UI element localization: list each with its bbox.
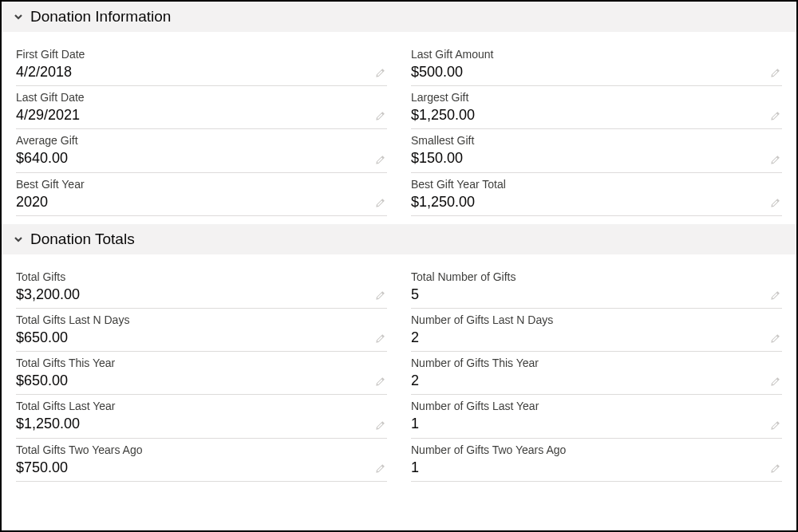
field-value: 2020 [16,192,387,212]
pencil-icon[interactable] [374,290,385,301]
field-total-gifts: Total Gifts $3,200.00 [16,266,387,309]
field-label: Smallest Gift [411,134,782,147]
field-value: $1,250.00 [16,414,387,434]
field-total-gifts-last-n-days: Total Gifts Last N Days $650.00 [16,309,387,352]
field-value: $640.00 [16,148,387,168]
field-best-gift-year: Best Gift Year 2020 [16,173,387,216]
field-label: Largest Gift [411,91,782,104]
field-total-gifts-this-year: Total Gifts This Year $650.00 [16,352,387,395]
field-largest-gift: Largest Gift $1,250.00 [411,86,782,129]
field-total-gifts-two-years-ago: Total Gifts Two Years Ago $750.00 [16,439,387,482]
field-label: Total Number of Gifts [411,270,782,283]
pencil-icon[interactable] [374,420,385,432]
field-last-gift-amount: Last Gift Amount $500.00 [411,43,782,86]
pencil-icon[interactable] [769,290,780,301]
pencil-icon[interactable] [374,155,385,166]
field-value: 2 [411,371,782,391]
field-label: Best Gift Year Total [411,178,782,191]
field-number-of-gifts-this-year: Number of Gifts This Year 2 [411,352,782,395]
field-value: $150.00 [411,148,782,168]
field-value: 4/2/2018 [16,62,387,82]
field-total-gifts-last-year: Total Gifts Last Year $1,250.00 [16,395,387,438]
field-label: Last Gift Amount [411,48,782,61]
field-value: $3,200.00 [16,285,387,305]
section-header-donation-information[interactable]: Donation Information [2,2,796,32]
field-value: $1,250.00 [411,105,782,125]
pencil-icon[interactable] [374,111,385,122]
field-label: Average Gift [16,134,387,147]
pencil-icon[interactable] [769,376,780,388]
pencil-icon[interactable] [374,463,385,475]
field-value: 2 [411,328,782,348]
pencil-icon[interactable] [374,333,385,345]
chevron-down-icon [13,11,24,22]
field-label: Number of Gifts Two Years Ago [411,443,782,456]
pencil-icon[interactable] [769,333,780,345]
field-value: 1 [411,414,782,434]
field-smallest-gift: Smallest Gift $150.00 [411,129,782,172]
pencil-icon[interactable] [769,155,780,166]
field-label: Total Gifts Last N Days [16,313,387,326]
field-value: $750.00 [16,458,387,478]
field-total-number-of-gifts: Total Number of Gifts 5 [411,266,782,309]
section-header-donation-totals[interactable]: Donation Totals [2,224,796,254]
field-value: $650.00 [16,328,387,348]
field-best-gift-year-total: Best Gift Year Total $1,250.00 [411,173,782,216]
field-value: 4/29/2021 [16,105,387,125]
chevron-down-icon [13,234,24,245]
pencil-icon[interactable] [374,198,385,209]
pencil-icon[interactable] [374,376,385,388]
field-number-of-gifts-last-n-days: Number of Gifts Last N Days 2 [411,309,782,352]
pencil-icon[interactable] [769,111,780,122]
field-value: $1,250.00 [411,192,782,212]
section-title: Donation Totals [30,231,135,248]
field-label: Total Gifts [16,270,387,283]
field-label: Number of Gifts This Year [411,357,782,369]
field-number-of-gifts-last-year: Number of Gifts Last Year 1 [411,395,782,438]
pencil-icon[interactable] [769,420,780,432]
field-average-gift: Average Gift $640.00 [16,129,387,172]
field-label: Number of Gifts Last Year [411,400,782,412]
pencil-icon[interactable] [374,68,385,79]
field-last-gift-date: Last Gift Date 4/29/2021 [16,86,387,129]
donation-totals-fields: Total Gifts $3,200.00 Total Number of Gi… [2,254,796,490]
pencil-icon[interactable] [769,198,780,209]
field-number-of-gifts-two-years-ago: Number of Gifts Two Years Ago 1 [411,439,782,482]
field-label: First Gift Date [16,48,387,61]
pencil-icon[interactable] [769,68,780,79]
pencil-icon[interactable] [769,463,780,475]
field-label: Total Gifts This Year [16,357,387,369]
field-value: $650.00 [16,371,387,391]
donation-information-fields: First Gift Date 4/2/2018 Last Gift Amoun… [2,32,796,224]
field-label: Total Gifts Two Years Ago [16,443,387,456]
field-value: 5 [411,285,782,305]
field-label: Number of Gifts Last N Days [411,313,782,326]
field-value: $500.00 [411,62,782,82]
section-title: Donation Information [30,8,171,26]
field-label: Total Gifts Last Year [16,400,387,412]
field-label: Best Gift Year [16,178,387,191]
field-value: 1 [411,458,782,478]
field-label: Last Gift Date [16,91,387,104]
field-first-gift-date: First Gift Date 4/2/2018 [16,43,387,86]
